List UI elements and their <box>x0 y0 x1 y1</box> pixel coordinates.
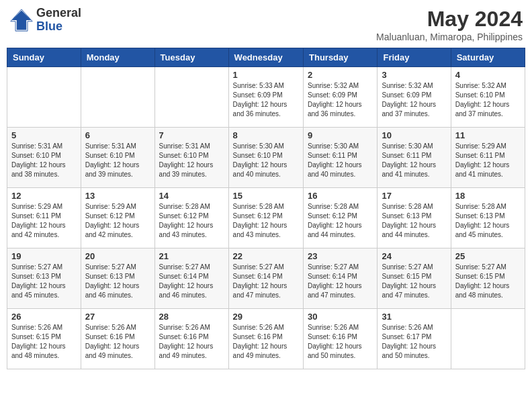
day-info: Sunrise: 5:30 AM Sunset: 6:10 PM Dayligh… <box>233 142 299 179</box>
day-info: Sunrise: 5:27 AM Sunset: 6:14 PM Dayligh… <box>159 263 224 300</box>
day-number: 20 <box>85 251 150 261</box>
day-info: Sunrise: 5:28 AM Sunset: 6:12 PM Dayligh… <box>159 202 224 240</box>
weekday-header-friday: Friday <box>378 48 451 67</box>
day-number: 22 <box>233 251 299 261</box>
week-row-1: 1Sunrise: 5:33 AM Sunset: 6:09 PM Daylig… <box>7 67 525 128</box>
calendar-cell: 4Sunrise: 5:32 AM Sunset: 6:10 PM Daylig… <box>451 67 525 128</box>
day-info: Sunrise: 5:29 AM Sunset: 6:11 PM Dayligh… <box>11 202 77 240</box>
logo-icon <box>9 8 34 32</box>
week-row-2: 5Sunrise: 5:31 AM Sunset: 6:10 PM Daylig… <box>7 128 525 188</box>
day-number: 16 <box>308 191 373 201</box>
day-number: 19 <box>11 251 77 261</box>
calendar-cell: 26Sunrise: 5:26 AM Sunset: 6:15 PM Dayli… <box>7 309 81 369</box>
calendar-cell: 19Sunrise: 5:27 AM Sunset: 6:13 PM Dayli… <box>7 248 81 309</box>
calendar-cell: 2Sunrise: 5:32 AM Sunset: 6:09 PM Daylig… <box>304 67 378 128</box>
day-info: Sunrise: 5:26 AM Sunset: 6:16 PM Dayligh… <box>85 323 150 361</box>
weekday-header-sunday: Sunday <box>7 48 81 67</box>
calendar-cell: 1Sunrise: 5:33 AM Sunset: 6:09 PM Daylig… <box>228 67 303 128</box>
weekday-header-thursday: Thursday <box>304 48 378 67</box>
day-number: 4 <box>455 70 521 80</box>
day-info: Sunrise: 5:30 AM Sunset: 6:11 PM Dayligh… <box>382 142 446 179</box>
calendar-cell <box>7 67 81 128</box>
day-info: Sunrise: 5:26 AM Sunset: 6:16 PM Dayligh… <box>233 323 299 361</box>
calendar-cell: 28Sunrise: 5:26 AM Sunset: 6:16 PM Dayli… <box>154 309 228 369</box>
page-header: General Blue May 2024 Maluanluan, Mimaro… <box>7 7 525 42</box>
day-info: Sunrise: 5:27 AM Sunset: 6:13 PM Dayligh… <box>85 263 150 300</box>
day-info: Sunrise: 5:28 AM Sunset: 6:13 PM Dayligh… <box>455 202 521 240</box>
weekday-header-tuesday: Tuesday <box>154 48 228 67</box>
title-block: May 2024 Maluanluan, Mimaropa, Philippin… <box>376 7 523 42</box>
calendar-table: SundayMondayTuesdayWednesdayThursdayFrid… <box>7 48 525 369</box>
day-info: Sunrise: 5:28 AM Sunset: 6:12 PM Dayligh… <box>308 202 373 240</box>
calendar-cell <box>81 67 154 128</box>
logo-blue-text: Blue <box>36 20 81 34</box>
calendar-cell: 3Sunrise: 5:32 AM Sunset: 6:09 PM Daylig… <box>378 67 451 128</box>
calendar-cell: 27Sunrise: 5:26 AM Sunset: 6:16 PM Dayli… <box>81 309 154 369</box>
calendar-cell: 18Sunrise: 5:28 AM Sunset: 6:13 PM Dayli… <box>451 188 525 248</box>
day-number: 14 <box>159 191 224 201</box>
day-info: Sunrise: 5:30 AM Sunset: 6:11 PM Dayligh… <box>308 142 373 179</box>
day-number: 30 <box>308 312 373 322</box>
logo-general-text: General <box>36 7 81 20</box>
day-number: 24 <box>382 251 446 261</box>
day-info: Sunrise: 5:28 AM Sunset: 6:12 PM Dayligh… <box>233 202 299 240</box>
calendar-cell: 22Sunrise: 5:27 AM Sunset: 6:14 PM Dayli… <box>228 248 303 309</box>
day-info: Sunrise: 5:28 AM Sunset: 6:13 PM Dayligh… <box>382 202 446 240</box>
day-info: Sunrise: 5:27 AM Sunset: 6:13 PM Dayligh… <box>11 263 77 300</box>
day-number: 21 <box>159 251 224 261</box>
calendar-cell <box>154 67 228 128</box>
day-number: 8 <box>233 130 299 140</box>
logo: General Blue <box>9 7 81 34</box>
day-info: Sunrise: 5:31 AM Sunset: 6:10 PM Dayligh… <box>11 142 77 179</box>
day-info: Sunrise: 5:32 AM Sunset: 6:10 PM Dayligh… <box>455 81 521 119</box>
day-info: Sunrise: 5:26 AM Sunset: 6:17 PM Dayligh… <box>382 323 446 361</box>
day-number: 10 <box>382 130 446 140</box>
day-info: Sunrise: 5:27 AM Sunset: 6:15 PM Dayligh… <box>382 263 446 300</box>
calendar-cell: 5Sunrise: 5:31 AM Sunset: 6:10 PM Daylig… <box>7 128 81 188</box>
day-number: 31 <box>382 312 446 322</box>
weekday-header-row: SundayMondayTuesdayWednesdayThursdayFrid… <box>7 48 525 67</box>
weekday-header-wednesday: Wednesday <box>228 48 303 67</box>
day-info: Sunrise: 5:27 AM Sunset: 6:14 PM Dayligh… <box>233 263 299 300</box>
week-row-3: 12Sunrise: 5:29 AM Sunset: 6:11 PM Dayli… <box>7 188 525 248</box>
calendar-cell: 30Sunrise: 5:26 AM Sunset: 6:16 PM Dayli… <box>304 309 378 369</box>
day-info: Sunrise: 5:29 AM Sunset: 6:12 PM Dayligh… <box>85 202 150 240</box>
day-info: Sunrise: 5:33 AM Sunset: 6:09 PM Dayligh… <box>233 81 299 119</box>
day-number: 2 <box>308 70 373 80</box>
day-info: Sunrise: 5:32 AM Sunset: 6:09 PM Dayligh… <box>382 81 446 119</box>
day-number: 29 <box>233 312 299 322</box>
calendar-cell: 17Sunrise: 5:28 AM Sunset: 6:13 PM Dayli… <box>378 188 451 248</box>
location-subtitle: Maluanluan, Mimaropa, Philippines <box>376 32 523 42</box>
day-number: 18 <box>455 191 521 201</box>
svg-marker-0 <box>12 10 32 30</box>
calendar-cell: 6Sunrise: 5:31 AM Sunset: 6:10 PM Daylig… <box>81 128 154 188</box>
day-info: Sunrise: 5:26 AM Sunset: 6:16 PM Dayligh… <box>308 323 373 361</box>
calendar-cell: 23Sunrise: 5:27 AM Sunset: 6:14 PM Dayli… <box>304 248 378 309</box>
logo-text: General Blue <box>36 7 81 34</box>
calendar-cell <box>451 309 525 369</box>
calendar-cell: 9Sunrise: 5:30 AM Sunset: 6:11 PM Daylig… <box>304 128 378 188</box>
day-info: Sunrise: 5:32 AM Sunset: 6:09 PM Dayligh… <box>308 81 373 119</box>
weekday-header-monday: Monday <box>81 48 154 67</box>
calendar-cell: 10Sunrise: 5:30 AM Sunset: 6:11 PM Dayli… <box>378 128 451 188</box>
day-number: 1 <box>233 70 299 80</box>
day-number: 23 <box>308 251 373 261</box>
weekday-header-saturday: Saturday <box>451 48 525 67</box>
day-number: 15 <box>233 191 299 201</box>
calendar-cell: 31Sunrise: 5:26 AM Sunset: 6:17 PM Dayli… <box>378 309 451 369</box>
day-number: 13 <box>85 191 150 201</box>
day-number: 6 <box>85 130 150 140</box>
month-year-title: May 2024 <box>376 7 523 32</box>
day-number: 28 <box>159 312 224 322</box>
day-info: Sunrise: 5:31 AM Sunset: 6:10 PM Dayligh… <box>85 142 150 179</box>
day-number: 25 <box>455 251 521 261</box>
day-number: 5 <box>11 130 77 140</box>
calendar-cell: 11Sunrise: 5:29 AM Sunset: 6:11 PM Dayli… <box>451 128 525 188</box>
day-info: Sunrise: 5:31 AM Sunset: 6:10 PM Dayligh… <box>159 142 224 179</box>
calendar-cell: 24Sunrise: 5:27 AM Sunset: 6:15 PM Dayli… <box>378 248 451 309</box>
day-number: 17 <box>382 191 446 201</box>
day-number: 3 <box>382 70 446 80</box>
calendar-cell: 12Sunrise: 5:29 AM Sunset: 6:11 PM Dayli… <box>7 188 81 248</box>
calendar-cell: 16Sunrise: 5:28 AM Sunset: 6:12 PM Dayli… <box>304 188 378 248</box>
day-info: Sunrise: 5:26 AM Sunset: 6:15 PM Dayligh… <box>11 323 77 361</box>
